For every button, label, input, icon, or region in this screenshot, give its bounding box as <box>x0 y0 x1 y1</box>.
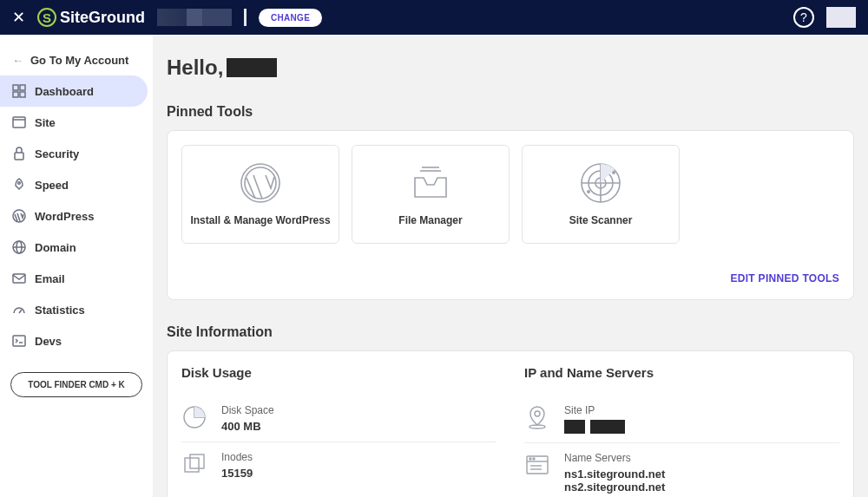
card-label: Install & Manage WordPress <box>190 214 330 226</box>
main-content: Hello, Pinned Tools Install & Manage Wor… <box>153 35 868 497</box>
sidebar-item-site[interactable]: Site <box>0 107 148 138</box>
svg-rect-2 <box>13 92 18 97</box>
ns1-value: ns1.siteground.net <box>564 468 665 481</box>
sidebar-label: WordPress <box>35 210 94 223</box>
radar-icon <box>580 162 621 204</box>
sidebar-label: Site <box>35 116 56 129</box>
sidebar-label: Email <box>35 272 65 285</box>
svg-rect-28 <box>190 454 204 468</box>
ip-ns-column: IP and Name Servers Site IP <box>524 365 839 497</box>
pinned-card-site-scanner[interactable]: Site Scanner <box>522 145 680 244</box>
disk-usage-heading: Disk Usage <box>181 365 496 380</box>
logo-mark-icon: S <box>37 8 56 27</box>
sidebar-label: Domain <box>35 241 76 254</box>
sidebar-item-email[interactable]: Email <box>0 263 148 294</box>
svg-rect-0 <box>13 85 18 90</box>
inodes-value: 15159 <box>221 467 253 480</box>
site-ip-value <box>564 420 625 434</box>
svg-rect-4 <box>13 117 25 128</box>
svg-point-29 <box>535 411 540 416</box>
site-ip-label: Site IP <box>564 404 625 416</box>
avatar[interactable] <box>826 7 856 28</box>
globe-icon <box>12 240 26 254</box>
greeting: Hello, <box>167 56 854 80</box>
divider <box>244 9 247 26</box>
browser-icon <box>524 452 550 478</box>
lock-icon <box>12 147 26 160</box>
sidebar-item-devs[interactable]: Devs <box>0 325 148 356</box>
mail-icon <box>12 271 26 285</box>
sidebar-item-wordpress[interactable]: WordPress <box>0 200 148 232</box>
sidebar-item-domain[interactable]: Domain <box>0 232 148 263</box>
inodes-icon <box>181 451 207 477</box>
arrow-left-icon: ← <box>12 54 23 67</box>
pinned-card-wordpress[interactable]: Install & Manage WordPress <box>181 145 339 244</box>
brand-logo[interactable]: S SiteGround <box>37 7 145 28</box>
ns-label: Name Servers <box>564 452 665 464</box>
sidebar-label: Devs <box>35 335 62 348</box>
pinned-tools-panel: Install & Manage WordPress File Manager <box>167 130 854 300</box>
svg-point-33 <box>529 458 531 460</box>
inodes-row: Inodes 15159 <box>181 442 496 488</box>
rocket-icon <box>12 178 26 192</box>
svg-point-15 <box>241 164 279 202</box>
pie-chart-icon <box>181 404 207 430</box>
gauge-icon <box>12 303 26 317</box>
pinned-card-file-manager[interactable]: File Manager <box>352 145 510 244</box>
svg-rect-27 <box>185 458 199 472</box>
sidebar-item-statistics[interactable]: Statistics <box>0 294 148 325</box>
brand-name: SiteGround <box>60 9 145 27</box>
svg-rect-3 <box>20 92 25 97</box>
edit-pinned-tools-link[interactable]: EDIT PINNED TOOLS <box>730 272 839 284</box>
site-icon <box>12 115 26 129</box>
map-pin-icon <box>524 404 550 430</box>
site-ip-row: Site IP <box>524 396 839 443</box>
svg-point-34 <box>533 458 535 460</box>
svg-point-25 <box>587 190 590 193</box>
card-label: Site Scanner <box>569 214 633 226</box>
terminal-icon <box>12 334 26 348</box>
file-tray-icon <box>410 162 451 204</box>
change-site-button[interactable]: CHANGE <box>259 9 322 27</box>
svg-point-24 <box>612 171 615 174</box>
disk-space-label: Disk Space <box>221 404 274 416</box>
sidebar-label: Statistics <box>35 304 85 317</box>
svg-rect-12 <box>13 274 25 283</box>
wordpress-icon <box>12 209 26 223</box>
svg-rect-14 <box>13 336 25 346</box>
wordpress-icon <box>240 162 281 204</box>
svg-point-7 <box>18 182 21 185</box>
username-placeholder <box>227 58 277 77</box>
site-info-panel: Disk Usage Disk Space 400 MB <box>167 350 854 497</box>
inodes-label: Inodes <box>221 451 253 463</box>
ns2-value: ns2.siteground.net <box>564 481 665 494</box>
ip-ns-heading: IP and Name Servers <box>524 365 839 380</box>
help-icon[interactable]: ? <box>793 7 814 28</box>
sidebar-item-security[interactable]: Security <box>0 138 148 169</box>
top-bar: ✕ S SiteGround CHANGE ? <box>0 0 868 35</box>
tool-finder-button[interactable]: TOOL FINDER CMD + K <box>10 372 142 397</box>
site-info-title: Site Information <box>167 324 854 340</box>
card-label: File Manager <box>398 214 462 226</box>
sidebar: ← Go To My Account Dashboard Site Securi… <box>0 35 153 497</box>
name-servers-row: Name Servers ns1.siteground.net ns2.site… <box>524 443 839 497</box>
close-icon[interactable]: ✕ <box>12 8 25 27</box>
dashboard-icon <box>12 84 26 98</box>
greeting-prefix: Hello, <box>167 56 223 80</box>
sidebar-label: Dashboard <box>35 85 94 98</box>
sidebar-label: Security <box>35 147 79 160</box>
svg-rect-6 <box>15 153 23 160</box>
sidebar-item-dashboard[interactable]: Dashboard <box>0 75 148 107</box>
svg-line-13 <box>19 310 22 313</box>
sidebar-label: Speed <box>35 179 69 192</box>
sidebar-item-speed[interactable]: Speed <box>0 169 148 200</box>
back-to-account-link[interactable]: ← Go To My Account <box>0 45 153 75</box>
disk-space-row: Disk Space 400 MB <box>181 396 496 442</box>
svg-rect-1 <box>20 85 25 90</box>
back-label: Go To My Account <box>30 54 128 67</box>
pinned-tools-title: Pinned Tools <box>167 104 854 120</box>
disk-space-value: 400 MB <box>221 420 274 433</box>
svg-point-30 <box>529 425 545 428</box>
site-name-placeholder <box>157 9 232 26</box>
disk-usage-column: Disk Usage Disk Space 400 MB <box>181 365 496 497</box>
